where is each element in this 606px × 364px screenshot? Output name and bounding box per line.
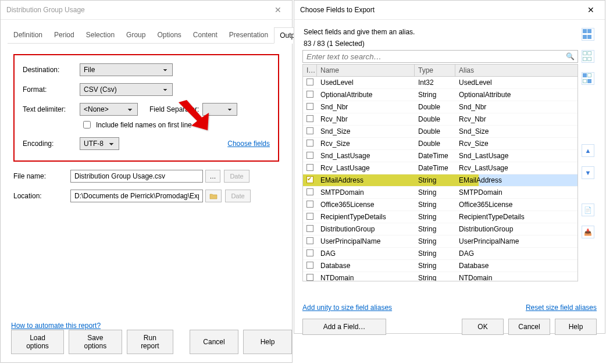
- search-input[interactable]: [302, 50, 578, 63]
- table-row[interactable]: EMailAddressStringEMailAddress: [303, 174, 578, 187]
- text-delimiter-select[interactable]: <None>: [80, 103, 138, 116]
- header-type-col[interactable]: Type: [415, 65, 455, 76]
- save-options-button[interactable]: Save options: [69, 330, 122, 354]
- include-checkbox[interactable]: [306, 262, 313, 269]
- field-alias-cell[interactable]: Rcv_Size: [455, 140, 578, 148]
- format-select[interactable]: CSV (Csv): [80, 83, 173, 96]
- location-input[interactable]: [70, 190, 203, 202]
- automate-report-link[interactable]: How to automate this report?: [11, 322, 101, 330]
- tab-options[interactable]: Options: [151, 27, 187, 43]
- export-icon[interactable]: 📄: [582, 204, 594, 216]
- load-options-button[interactable]: Load options: [11, 330, 64, 354]
- include-checkbox[interactable]: [306, 249, 313, 256]
- field-alias-cell[interactable]: OptionalAttribute: [455, 91, 578, 99]
- file-browse-button[interactable]: …: [205, 170, 220, 183]
- field-alias-cell[interactable]: Database: [455, 262, 578, 270]
- table-row[interactable]: Snd_NbrDoubleSnd_Nbr: [303, 101, 578, 113]
- table-row[interactable]: Rcv_LastUsageDateTimeRcv_LastUsage: [303, 162, 578, 174]
- file-date-button: Date: [224, 170, 249, 183]
- table-row[interactable]: OptionalAttributeStringOptionalAttribute: [303, 89, 578, 101]
- include-checkbox[interactable]: [306, 91, 313, 98]
- field-alias-cell[interactable]: Snd_LastUsage: [455, 152, 578, 160]
- help-button[interactable]: Help: [555, 319, 597, 335]
- header-name-col[interactable]: Name: [317, 65, 415, 76]
- include-checkbox[interactable]: [306, 237, 313, 244]
- location-browse-button[interactable]: [205, 190, 222, 202]
- toggle-selection-icon[interactable]: [582, 72, 594, 85]
- close-icon[interactable]: ✕: [269, 5, 287, 15]
- include-checkbox[interactable]: [306, 201, 313, 208]
- table-row[interactable]: UsedLevelInt32UsedLevel: [303, 77, 578, 89]
- field-alias-cell[interactable]: NTDomain: [455, 274, 578, 281]
- field-alias-cell[interactable]: EMailAddress: [455, 176, 578, 184]
- table-row[interactable]: RecipientTypeDetailsStringRecipientTypeD…: [303, 211, 578, 223]
- choose-fields-link[interactable]: Choose fields: [227, 140, 270, 148]
- table-row[interactable]: SMTPDomainStringSMTPDomain: [303, 187, 578, 199]
- include-field-names-checkbox[interactable]: [83, 121, 91, 129]
- table-row[interactable]: DAGStringDAG: [303, 248, 578, 260]
- table-row[interactable]: NTDomainStringNTDomain: [303, 272, 578, 281]
- field-type-cell: Int32: [415, 78, 455, 87]
- table-row[interactable]: Snd_LastUsageDateTimeSnd_LastUsage: [303, 150, 578, 162]
- field-alias-cell[interactable]: UserPrincipalName: [455, 237, 578, 245]
- left-titlebar: Distribution Group Usage ✕: [1, 1, 292, 20]
- file-name-input[interactable]: [70, 170, 203, 183]
- import-icon[interactable]: 📥: [582, 226, 594, 238]
- include-checkbox[interactable]: [306, 78, 313, 85]
- include-checkbox[interactable]: [306, 115, 313, 122]
- reset-aliases-link[interactable]: Reset size field aliases: [526, 304, 597, 312]
- include-checkbox[interactable]: [306, 140, 313, 147]
- move-down-icon[interactable]: ▼: [582, 166, 594, 179]
- header-alias-col[interactable]: Alias: [455, 65, 578, 76]
- table-row[interactable]: DistributionGroupStringDistributionGroup: [303, 223, 578, 235]
- run-report-button[interactable]: Run report: [127, 330, 173, 354]
- include-checkbox[interactable]: [306, 152, 313, 159]
- help-button[interactable]: Help: [243, 330, 292, 354]
- tab-selection[interactable]: Selection: [80, 27, 120, 43]
- move-up-icon[interactable]: ▲: [582, 144, 594, 157]
- field-name-cell: NTDomain: [317, 274, 415, 281]
- header-include-col[interactable]: I…: [303, 65, 317, 76]
- tab-period[interactable]: Period: [48, 27, 80, 43]
- field-alias-cell[interactable]: UsedLevel: [455, 78, 578, 87]
- field-alias-cell[interactable]: Snd_Nbr: [455, 103, 578, 111]
- add-unity-link[interactable]: Add unity to size field aliases: [302, 304, 392, 312]
- table-row[interactable]: DatabaseStringDatabase: [303, 260, 578, 272]
- encoding-select[interactable]: UTF-8: [80, 137, 119, 150]
- table-row[interactable]: Rcv_SizeDoubleRcv_Size: [303, 138, 578, 150]
- field-alias-cell[interactable]: Rcv_Nbr: [455, 115, 578, 123]
- field-alias-cell[interactable]: Office365License: [455, 201, 578, 209]
- include-checkbox[interactable]: [306, 274, 313, 281]
- include-checkbox[interactable]: [306, 103, 313, 110]
- table-row[interactable]: Rcv_NbrDoubleRcv_Nbr: [303, 113, 578, 126]
- include-checkbox[interactable]: [306, 225, 313, 232]
- field-alias-cell[interactable]: Rcv_LastUsage: [455, 164, 578, 172]
- field-alias-cell[interactable]: DistributionGroup: [455, 225, 578, 233]
- tab-group[interactable]: Group: [120, 27, 151, 43]
- include-checkbox[interactable]: [306, 213, 313, 220]
- ok-button[interactable]: OK: [462, 319, 504, 335]
- select-none-icon[interactable]: [582, 50, 594, 63]
- include-checkbox[interactable]: [306, 164, 313, 171]
- tab-definition[interactable]: Definition: [8, 27, 48, 43]
- field-alias-cell[interactable]: RecipientTypeDetails: [455, 213, 578, 221]
- include-checkbox[interactable]: [306, 127, 313, 134]
- field-alias-cell[interactable]: SMTPDomain: [455, 188, 578, 197]
- tab-presentation[interactable]: Presentation: [223, 27, 274, 43]
- destination-select[interactable]: File: [80, 63, 173, 76]
- tab-content[interactable]: Content: [187, 27, 223, 43]
- cancel-button[interactable]: Cancel: [190, 330, 238, 354]
- table-row[interactable]: UserPrincipalNameStringUserPrincipalName: [303, 235, 578, 248]
- cancel-button[interactable]: Cancel: [508, 319, 550, 335]
- add-field-button[interactable]: Add a Field…: [302, 319, 386, 335]
- field-alias-cell[interactable]: Snd_Size: [455, 127, 578, 135]
- include-checkbox[interactable]: [306, 188, 313, 195]
- fields-grid[interactable]: UsedLevelInt32UsedLevelOptionalAttribute…: [302, 77, 578, 281]
- field-alias-cell[interactable]: DAG: [455, 249, 578, 258]
- include-checkbox[interactable]: [306, 176, 313, 183]
- table-row[interactable]: Office365LicenseStringOffice365License: [303, 199, 578, 211]
- field-separator-select[interactable]: [202, 103, 237, 116]
- select-all-icon[interactable]: [582, 28, 594, 41]
- table-row[interactable]: Snd_SizeDoubleSnd_Size: [303, 126, 578, 138]
- close-icon[interactable]: ✕: [582, 5, 600, 15]
